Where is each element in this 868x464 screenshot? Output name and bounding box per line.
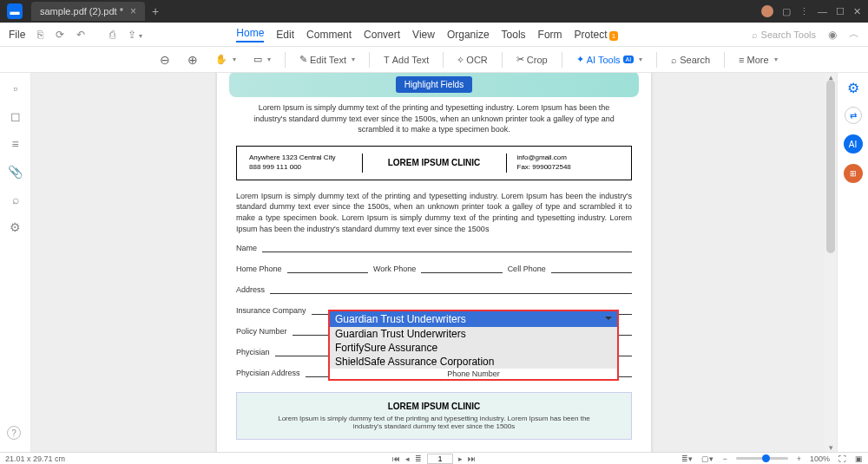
tab-view[interactable]: View xyxy=(412,29,435,41)
more-icon[interactable]: ⋮ xyxy=(799,6,809,17)
tab-comment[interactable]: Comment xyxy=(306,29,352,41)
edit-text-button[interactable]: ✎ Edit Text xyxy=(294,51,360,68)
menubar: File ⎘ ⟳ ↶ ⎙ ⇪ Home Edit Comment Convert… xyxy=(0,23,868,47)
fit-icon[interactable]: ▢▾ xyxy=(701,454,713,463)
ai-icon[interactable]: AI xyxy=(844,134,863,154)
page-mode-icon[interactable]: ≣ xyxy=(415,454,422,463)
insurance-label: Insurance Company xyxy=(236,306,306,315)
prev-page-icon[interactable]: ◂ xyxy=(405,454,410,463)
reading-mode-icon[interactable]: ▣ xyxy=(855,454,863,463)
tab-organize[interactable]: Organize xyxy=(447,29,490,41)
save-icon[interactable]: ⟳ xyxy=(56,29,64,41)
home-phone-label: Home Phone xyxy=(236,265,282,273)
page-number-input[interactable] xyxy=(427,454,453,464)
tab-protect[interactable]: Protect1 xyxy=(575,29,618,41)
cell-phone-label: Cell Phone xyxy=(508,265,546,273)
more-button[interactable]: ≡ More xyxy=(733,52,782,68)
file-menu[interactable]: File xyxy=(9,29,25,41)
dropdown-option[interactable]: Guardian Trust Underwriters xyxy=(330,327,617,341)
dropdown-selected[interactable]: Guardian Trust Underwriters xyxy=(330,311,617,327)
policy-label: Policy Number xyxy=(236,327,287,336)
thumbnails-icon[interactable]: ▫ xyxy=(13,82,17,95)
translate-icon[interactable]: ⇄ xyxy=(845,107,862,124)
name-field[interactable] xyxy=(262,242,632,252)
banner-close-icon[interactable]: × xyxy=(788,73,795,75)
layers-icon[interactable]: ≡ xyxy=(11,137,18,151)
print-icon[interactable]: ⎙ xyxy=(109,29,115,41)
add-tab-icon[interactable]: + xyxy=(152,4,159,18)
properties-icon[interactable]: ⚙ xyxy=(847,80,859,96)
work-phone-field[interactable] xyxy=(421,263,502,273)
select-tool[interactable]: ▭ xyxy=(248,51,276,68)
scroll-down-icon[interactable]: ▾ xyxy=(825,443,837,452)
hand-tool[interactable]: ✋ xyxy=(210,51,241,68)
open-icon[interactable]: ⎘ xyxy=(37,29,43,41)
zoom-value[interactable]: 100% xyxy=(810,454,830,463)
toolbar: ⊖ ⊕ ✋ ▭ ✎ Edit Text T Add Text ⟡ OCR ✂ C… xyxy=(0,47,868,73)
last-page-icon[interactable]: ⏭ xyxy=(468,454,476,463)
settings-icon[interactable]: ⚙ xyxy=(10,220,21,234)
search-tools[interactable]: ⌕Search Tools xyxy=(752,29,816,40)
physician-label: Phycisian xyxy=(236,348,270,356)
notify-icon[interactable]: ◉ xyxy=(828,29,837,41)
vertical-scrollbar[interactable]: ▴ ▾ xyxy=(825,73,837,452)
zoom-in-status[interactable]: + xyxy=(797,454,801,463)
document-viewport[interactable]: MEDICAL REL Highlight Fields × Lorem Ips… xyxy=(31,73,837,452)
tab-convert[interactable]: Convert xyxy=(364,29,400,41)
collapse-icon[interactable]: ︿ xyxy=(849,27,859,42)
close-icon[interactable]: ✕ xyxy=(853,6,861,17)
highlight-fields-button[interactable]: Highlight Fields xyxy=(396,76,472,93)
home-phone-field[interactable] xyxy=(287,263,368,273)
dropdown-option[interactable]: ShieldSafe Assurance Corporation xyxy=(330,355,617,369)
page-controls: ⏮ ◂ ≣ ▸ ⏭ xyxy=(392,454,476,464)
tab-close-icon[interactable]: × xyxy=(130,5,136,17)
search-button[interactable]: ⌕ Search xyxy=(666,52,715,68)
fullscreen-icon[interactable]: ⛶ xyxy=(838,454,846,463)
minimize-icon[interactable]: — xyxy=(818,6,827,16)
maximize-icon[interactable]: ☐ xyxy=(836,6,845,17)
address-field[interactable] xyxy=(270,284,632,294)
dropdown-footer: Phone Number xyxy=(330,369,617,379)
bookmarks-icon[interactable]: ◻ xyxy=(10,109,21,123)
ocr-button[interactable]: ⟡ OCR xyxy=(452,51,492,68)
physician-addr-label: Phycisian Address xyxy=(236,369,300,377)
dropdown-option[interactable]: FortifySure Assurance xyxy=(330,341,617,355)
zoom-out-icon[interactable]: ⊖ xyxy=(155,50,175,69)
ms-icon[interactable]: ⊞ xyxy=(844,164,863,183)
work-phone-label: Work Phone xyxy=(373,265,416,273)
tab-form[interactable]: Form xyxy=(538,29,562,41)
body-paragraph: Lorem Ipsum is simply dummy text of the … xyxy=(217,186,651,239)
attachments-icon[interactable]: 📎 xyxy=(8,165,23,179)
crop-button[interactable]: ✂ Crop xyxy=(511,51,553,68)
tab-tools[interactable]: Tools xyxy=(502,29,526,41)
search-icon: ⌕ xyxy=(752,29,758,40)
address-label: Address xyxy=(236,285,265,294)
document-tab[interactable]: sample.pdf (2).pdt * × xyxy=(31,2,145,21)
share-icon[interactable]: ⇪ xyxy=(128,29,142,41)
search-panel-icon[interactable]: ⌕ xyxy=(12,193,19,206)
user-avatar-icon[interactable] xyxy=(761,5,773,17)
scrollbar-thumb[interactable] xyxy=(826,80,835,253)
tab-home[interactable]: Home xyxy=(236,27,264,42)
page-dimensions: 21.01 x 29.71 cm xyxy=(5,454,65,463)
next-page-icon[interactable]: ▸ xyxy=(458,454,463,463)
ai-tools-button[interactable]: ✦ AI Tools AI xyxy=(571,51,648,68)
layout-icon[interactable]: ≣▾ xyxy=(681,454,693,463)
cell-phone-field[interactable] xyxy=(551,263,632,273)
help-icon[interactable]: ? xyxy=(7,426,21,440)
insurance-dropdown[interactable]: Guardian Trust Underwriters Guardian Tru… xyxy=(328,310,619,381)
add-text-button[interactable]: T Add Text xyxy=(378,52,434,68)
zoom-out-status[interactable]: − xyxy=(722,454,727,463)
zoom-slider[interactable] xyxy=(736,457,788,460)
pdf-page: MEDICAL REL Highlight Fields × Lorem Ips… xyxy=(217,73,651,452)
statusbar: 21.01 x 29.71 cm ⏮ ◂ ≣ ▸ ⏭ ≣▾ ▢▾ − + 100… xyxy=(0,452,868,464)
grid-icon[interactable]: ▢ xyxy=(782,6,791,17)
zoom-in-icon[interactable]: ⊕ xyxy=(182,50,203,69)
tab-edit[interactable]: Edit xyxy=(276,29,294,41)
name-label: Name xyxy=(236,244,257,252)
first-page-icon[interactable]: ⏮ xyxy=(392,454,400,463)
tab-label: sample.pdf (2).pdt * xyxy=(40,6,123,16)
physician-field[interactable] xyxy=(275,346,336,356)
undo-icon[interactable]: ↶ xyxy=(76,29,85,41)
titlebar: ▬ sample.pdf (2).pdt * × + ▢ ⋮ — ☐ ✕ xyxy=(0,0,868,23)
